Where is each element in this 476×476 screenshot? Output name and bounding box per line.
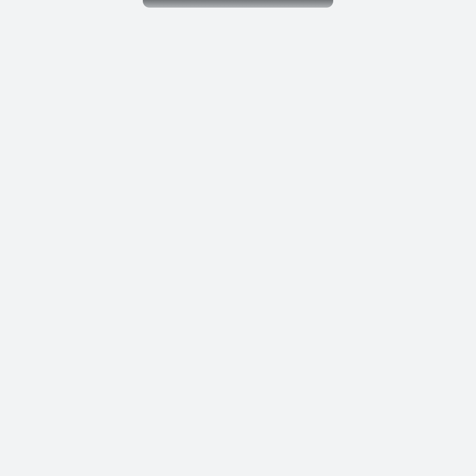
laptop-screenshot: WaveLab Cast - [MyPodcast.mon * (C:\User… (0, 0, 476, 476)
laptop-hinge (143, 0, 333, 8)
